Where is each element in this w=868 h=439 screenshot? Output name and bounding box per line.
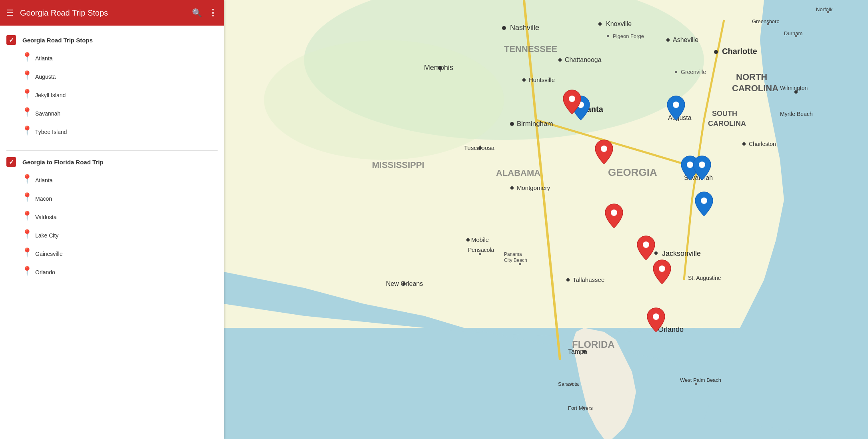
svg-point-52	[466, 238, 470, 241]
svg-point-106	[659, 265, 665, 272]
svg-point-57	[742, 142, 746, 146]
list-item[interactable]: 📍 Lake City	[22, 227, 224, 244]
location-name: Orlando	[35, 269, 55, 275]
svg-text:Norfolk: Norfolk	[816, 6, 833, 12]
layer-title-2: Georgia to Florida Road Trip	[22, 159, 104, 166]
location-name: Atlanta	[35, 55, 53, 62]
location-name: Savannah	[35, 110, 60, 117]
svg-text:Pensacola: Pensacola	[468, 247, 494, 253]
svg-text:Pigeon Forge: Pigeon Forge	[613, 33, 644, 39]
list-item[interactable]: 📍 Atlanta	[22, 50, 224, 67]
list-item[interactable]: 📍 Augusta	[22, 68, 224, 86]
svg-point-69	[654, 251, 658, 255]
svg-text:Greensboro: Greensboro	[752, 18, 780, 24]
svg-point-35	[558, 58, 562, 62]
layer-checkbox-2[interactable]: ✓	[6, 157, 16, 167]
layer-group-1: ✓ Georgia Road Trip Stops 📍 Atlanta 📍 Au…	[0, 32, 224, 147]
app-header: ☰ Georgia Road Trip Stops 🔍 ⋮	[0, 0, 224, 26]
layer-title-1: Georgia Road Trip Stops	[22, 37, 93, 44]
pin-icon-atlanta-red: 📍	[22, 175, 31, 186]
list-item[interactable]: 📍 Jekyll Island	[22, 86, 224, 104]
location-name: Jekyll Island	[35, 92, 66, 98]
list-item[interactable]: 📍 Gainesville	[22, 245, 224, 263]
svg-point-16	[502, 26, 506, 30]
location-name: Gainesville	[35, 251, 62, 257]
menu-icon[interactable]: ☰	[6, 8, 14, 18]
pin-icon-jekyll: 📍	[22, 90, 31, 101]
more-options-icon[interactable]: ⋮	[208, 8, 218, 18]
list-item[interactable]: 📍 Orlando	[22, 263, 224, 281]
svg-text:MISSISSIPPI: MISSISSIPPI	[372, 160, 424, 170]
location-name: Lake City	[35, 232, 58, 239]
list-item[interactable]: 📍 Savannah	[22, 105, 224, 122]
pin-icon-atlanta: 📍	[22, 53, 31, 64]
svg-text:CAROLINA: CAROLINA	[708, 120, 746, 128]
list-item[interactable]: 📍 Macon	[22, 190, 224, 208]
svg-text:Mobile: Mobile	[471, 236, 489, 243]
svg-text:City Beach: City Beach	[504, 257, 527, 263]
svg-text:Tampa: Tampa	[568, 348, 587, 355]
svg-text:Nashville: Nashville	[510, 24, 539, 32]
svg-text:Asheville: Asheville	[673, 36, 698, 43]
divider	[6, 150, 218, 151]
svg-point-20	[607, 35, 609, 37]
check-icon-2: ✓	[9, 158, 14, 166]
list-item[interactable]: 📍 Atlanta	[22, 172, 224, 189]
svg-point-18	[598, 22, 602, 26]
svg-point-104	[643, 241, 649, 248]
svg-text:Sarasota: Sarasota	[558, 381, 579, 387]
svg-text:St. Augustine: St. Augustine	[688, 275, 721, 281]
svg-text:NORTH: NORTH	[736, 72, 767, 82]
svg-point-98	[569, 96, 575, 102]
svg-point-22	[666, 38, 670, 42]
location-name: Tybee Island	[35, 129, 67, 135]
location-name: Augusta	[35, 74, 56, 80]
svg-text:Panama: Panama	[504, 251, 522, 257]
location-list-1: 📍 Atlanta 📍 Augusta 📍 Jekyll Island 📍 Sa…	[0, 48, 224, 144]
svg-point-24	[714, 50, 718, 54]
layer-header-1[interactable]: ✓ Georgia Road Trip Stops	[0, 32, 224, 48]
svg-text:Charlotte: Charlotte	[722, 47, 757, 56]
svg-text:GEORGIA: GEORGIA	[608, 166, 657, 178]
svg-text:West Palm Beach: West Palm Beach	[680, 377, 721, 383]
svg-point-59	[566, 278, 570, 281]
list-item[interactable]: 📍 Tybee Island	[22, 123, 224, 141]
check-icon-1: ✓	[9, 36, 14, 44]
svg-text:Montgomery: Montgomery	[517, 184, 550, 191]
svg-text:Orlando: Orlando	[658, 325, 684, 333]
layer-group-2: ✓ Georgia to Florida Road Trip 📍 Atlanta…	[0, 154, 224, 287]
location-name: Macon	[35, 196, 52, 202]
pin-icon-gainesville: 📍	[22, 248, 31, 259]
svg-text:ALABAMA: ALABAMA	[496, 168, 540, 178]
svg-point-30	[675, 71, 677, 73]
svg-point-46	[510, 122, 514, 126]
svg-text:CAROLINA: CAROLINA	[732, 83, 778, 93]
svg-text:Wilmington: Wilmington	[780, 85, 808, 91]
app-title: Georgia Road Trip Stops	[20, 8, 186, 18]
svg-point-94	[687, 162, 693, 168]
list-item[interactable]: 📍 Valdosta	[22, 208, 224, 226]
svg-text:TENNESSEE: TENNESSEE	[504, 44, 557, 54]
layer-checkbox-1[interactable]: ✓	[6, 35, 16, 45]
svg-text:Birmingham: Birmingham	[517, 120, 553, 128]
main-layout: ☰ Georgia Road Trip Stops 🔍 ⋮ ✓ Georgia …	[0, 0, 868, 439]
layer-header-2[interactable]: ✓ Georgia to Florida Road Trip	[0, 154, 224, 170]
svg-text:Knoxville: Knoxville	[606, 20, 632, 27]
svg-text:SOUTH: SOUTH	[712, 110, 737, 118]
search-icon[interactable]: 🔍	[192, 8, 202, 18]
pin-icon-augusta: 📍	[22, 71, 31, 82]
svg-text:Jacksonville: Jacksonville	[662, 249, 701, 257]
svg-text:Tuscaloosa: Tuscaloosa	[464, 144, 495, 151]
sidebar: ✓ Georgia Road Trip Stops 📍 Atlanta 📍 Au…	[0, 0, 224, 439]
svg-point-92	[701, 198, 707, 204]
map-background: Nashville Knoxville Pigeon Forge Ashevil…	[224, 0, 868, 439]
svg-text:New Orleans: New Orleans	[386, 280, 423, 287]
map-container[interactable]: Nashville Knoxville Pigeon Forge Ashevil…	[224, 0, 868, 439]
svg-text:Chattanooga: Chattanooga	[565, 56, 602, 63]
location-list-2: 📍 Atlanta 📍 Macon 📍 Valdosta 📍 Lake City	[0, 170, 224, 284]
svg-text:Greenville: Greenville	[681, 69, 706, 75]
svg-point-39	[522, 78, 526, 82]
svg-point-96	[699, 162, 705, 168]
svg-point-100	[601, 146, 607, 152]
svg-text:Memphis: Memphis	[424, 64, 453, 72]
